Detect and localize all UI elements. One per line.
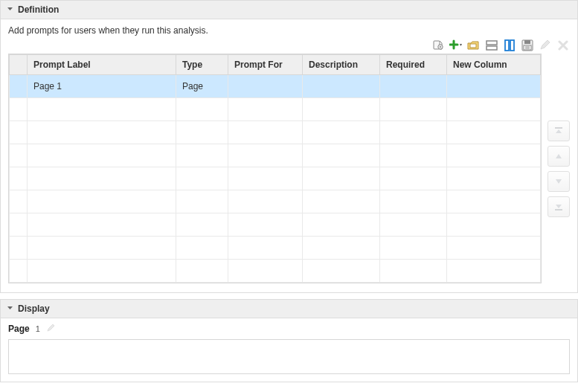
row-handle[interactable] bbox=[10, 121, 28, 144]
column-layout-icon[interactable] bbox=[503, 39, 516, 52]
page-number: 1 bbox=[36, 324, 40, 333]
svg-rect-10 bbox=[524, 45, 531, 50]
row-handle[interactable] bbox=[10, 98, 28, 121]
col-required[interactable]: Required bbox=[380, 55, 447, 75]
collapse-icon bbox=[7, 6, 13, 14]
cell-new-column[interactable] bbox=[447, 75, 541, 98]
prompts-table[interactable]: Prompt Label Type Prompt For Description… bbox=[8, 54, 542, 283]
svg-rect-4 bbox=[487, 41, 497, 45]
delete-icon bbox=[556, 39, 570, 52]
save-icon[interactable] bbox=[521, 39, 534, 52]
table-row[interactable] bbox=[10, 98, 541, 121]
display-header[interactable]: Display bbox=[1, 300, 577, 318]
table-row[interactable] bbox=[10, 190, 541, 213]
display-panel: Display Page 1 bbox=[0, 299, 578, 382]
display-body: Page 1 bbox=[1, 318, 577, 382]
svg-rect-6 bbox=[505, 40, 509, 51]
col-prompt-label[interactable]: Prompt Label bbox=[28, 55, 176, 75]
cell-prompt-label[interactable]: Page 1 bbox=[28, 75, 176, 98]
cell-required[interactable] bbox=[380, 75, 447, 98]
svg-rect-7 bbox=[510, 40, 514, 51]
row-handle[interactable] bbox=[10, 213, 28, 237]
cell-prompt-for[interactable] bbox=[228, 75, 303, 98]
pencil-icon[interactable] bbox=[46, 323, 56, 335]
svg-rect-3 bbox=[470, 44, 476, 48]
move-top-button[interactable] bbox=[548, 121, 570, 141]
table-row[interactable]: Page 1Page bbox=[10, 75, 541, 98]
row-handle[interactable] bbox=[10, 190, 28, 213]
add-icon[interactable] bbox=[449, 39, 463, 52]
col-new-column[interactable]: New Column bbox=[447, 55, 541, 75]
row-handle[interactable] bbox=[10, 167, 28, 190]
row-handle[interactable] bbox=[10, 75, 28, 98]
page-indicator: Page 1 bbox=[8, 323, 570, 335]
definition-panel: Definition Add prompts for users when th… bbox=[0, 0, 578, 293]
table-row[interactable] bbox=[10, 260, 541, 283]
page-settings-icon[interactable] bbox=[431, 39, 445, 52]
collapse-icon bbox=[7, 305, 13, 313]
display-title: Display bbox=[18, 303, 50, 314]
col-type[interactable]: Type bbox=[176, 55, 228, 75]
svg-rect-5 bbox=[487, 46, 497, 50]
table-row[interactable] bbox=[10, 213, 541, 237]
definition-title: Definition bbox=[18, 4, 59, 15]
move-up-button[interactable] bbox=[548, 146, 570, 167]
col-description[interactable]: Description bbox=[303, 55, 380, 75]
table-row[interactable] bbox=[10, 144, 541, 167]
row-layout-icon[interactable] bbox=[485, 39, 498, 52]
helper-text: Add prompts for users when they run this… bbox=[8, 25, 570, 36]
edit-icon bbox=[539, 39, 552, 52]
table-row[interactable] bbox=[10, 167, 541, 190]
move-bottom-button[interactable] bbox=[548, 196, 570, 217]
display-canvas[interactable] bbox=[8, 339, 570, 374]
reorder-controls bbox=[548, 121, 570, 217]
page-label: Page bbox=[8, 324, 30, 334]
row-handle-header bbox=[10, 55, 28, 75]
cell-type[interactable]: Page bbox=[176, 75, 228, 98]
cell-description[interactable] bbox=[303, 75, 380, 98]
table-row[interactable] bbox=[10, 237, 541, 260]
col-prompt-for[interactable]: Prompt For bbox=[228, 55, 303, 75]
definition-header[interactable]: Definition bbox=[1, 1, 577, 19]
browse-icon[interactable] bbox=[467, 39, 481, 52]
svg-point-2 bbox=[440, 46, 441, 48]
table-row[interactable] bbox=[10, 121, 541, 144]
move-down-button[interactable] bbox=[548, 171, 570, 192]
row-handle[interactable] bbox=[10, 144, 28, 167]
definition-body: Add prompts for users when they run this… bbox=[1, 19, 577, 292]
definition-toolbar bbox=[8, 39, 570, 52]
table-header-row: Prompt Label Type Prompt For Description… bbox=[10, 55, 541, 75]
row-handle[interactable] bbox=[10, 260, 28, 283]
row-handle[interactable] bbox=[10, 237, 28, 260]
svg-rect-9 bbox=[524, 40, 530, 44]
